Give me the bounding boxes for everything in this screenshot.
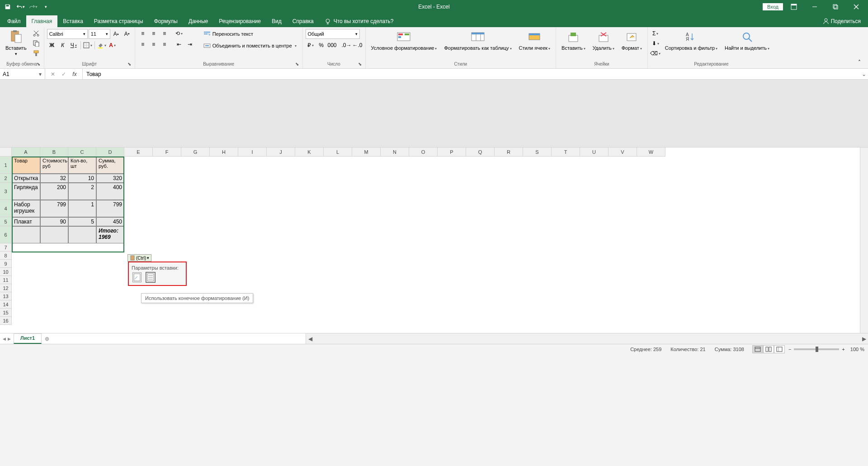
fx-icon[interactable]: fx: [71, 70, 79, 78]
row-header[interactable]: 9: [0, 260, 12, 268]
undo-icon[interactable]: ▾: [14, 1, 26, 13]
table-cell[interactable]: 200: [40, 183, 68, 200]
table-cell[interactable]: [12, 226, 40, 243]
fill-color-icon[interactable]: ▾: [97, 41, 107, 50]
column-header[interactable]: G: [181, 147, 210, 157]
row-header[interactable]: 5: [0, 217, 12, 226]
number-format-combo[interactable]: Общий▾: [306, 29, 360, 39]
row-header[interactable]: 13: [0, 292, 12, 300]
tab-file[interactable]: Файл: [2, 15, 26, 27]
fill-icon[interactable]: ⬇▾: [651, 39, 660, 48]
paste-option-match-destination-icon[interactable]: [146, 272, 155, 282]
column-header[interactable]: N: [381, 147, 409, 157]
conditional-formatting-button[interactable]: Условное форматирование▾: [368, 29, 440, 52]
collapse-ribbon-icon[interactable]: ˄: [858, 59, 865, 67]
align-right-icon[interactable]: ≡: [160, 40, 170, 49]
close-icon[interactable]: [846, 0, 866, 14]
login-button[interactable]: Вход: [763, 3, 783, 10]
wrap-text-button[interactable]: Переносить текст: [200, 29, 300, 39]
view-page-break-icon[interactable]: [774, 345, 785, 353]
zoom-in-icon[interactable]: +: [842, 347, 844, 352]
merge-center-button[interactable]: Объединить и поместить в центре▾: [200, 41, 300, 51]
paste-options-ctrl-button[interactable]: (Ctrl)▾: [127, 254, 151, 262]
table-cell[interactable]: 2: [68, 183, 96, 200]
table-header-cell[interactable]: Сумма, руб.: [96, 157, 124, 174]
vertical-scrollbar[interactable]: [860, 147, 868, 333]
align-center-icon[interactable]: ≡: [149, 40, 159, 49]
align-middle-icon[interactable]: ≡: [149, 29, 159, 38]
name-box[interactable]: ▾: [0, 69, 45, 79]
table-cell[interactable]: 10: [68, 174, 96, 183]
font-size-combo[interactable]: 11▾: [89, 29, 110, 39]
table-cell[interactable]: Набор игрушек: [12, 200, 40, 217]
table-header-cell[interactable]: Стоимость, руб: [40, 157, 68, 174]
column-header[interactable]: F: [153, 147, 181, 157]
table-cell[interactable]: 320: [96, 174, 124, 183]
zoom-level[interactable]: 100 %: [850, 347, 864, 352]
row-header[interactable]: 7: [0, 243, 12, 252]
insert-cells-button[interactable]: Вставить▾: [559, 29, 588, 52]
table-cell[interactable]: 799: [40, 200, 68, 217]
tab-home[interactable]: Главная: [26, 15, 58, 27]
tab-view[interactable]: Вид: [266, 15, 287, 27]
align-top-icon[interactable]: ≡: [138, 29, 148, 38]
share-button[interactable]: Поделиться: [817, 15, 866, 27]
column-header[interactable]: K: [295, 147, 324, 157]
cells-area[interactable]: ТоварСтоимость, рубКол-во, штСумма, руб.…: [12, 157, 860, 333]
row-header[interactable]: 6: [0, 226, 12, 243]
select-all-corner[interactable]: [0, 147, 12, 157]
table-header-cell[interactable]: Кол-во, шт: [68, 157, 96, 174]
add-sheet-icon[interactable]: ⊕: [42, 333, 52, 344]
tab-review[interactable]: Рецензирование: [213, 15, 266, 27]
formula-input[interactable]: [83, 69, 860, 79]
tab-formulas[interactable]: Формулы: [149, 15, 183, 27]
cut-icon[interactable]: [31, 29, 41, 38]
scroll-right-icon[interactable]: ▶: [860, 336, 868, 342]
shrink-font-icon[interactable]: A▾: [122, 29, 132, 38]
comma-icon[interactable]: 000: [327, 41, 337, 50]
column-header[interactable]: O: [409, 147, 438, 157]
bold-button[interactable]: Ж: [47, 41, 57, 50]
paste-button[interactable]: Вставить▾: [3, 29, 29, 57]
column-header[interactable]: J: [267, 147, 295, 157]
column-header[interactable]: A: [12, 147, 40, 157]
row-header[interactable]: 4: [0, 200, 12, 217]
table-cell[interactable]: 90: [40, 217, 68, 226]
increase-decimal-icon[interactable]: .0→: [342, 41, 352, 50]
table-cell[interactable]: Плакат: [12, 217, 40, 226]
dialog-launcher-icon[interactable]: ⬊: [357, 62, 363, 67]
format-as-table-button[interactable]: Форматировать как таблицу▾: [441, 29, 514, 52]
table-cell[interactable]: 1: [68, 200, 96, 217]
column-header[interactable]: B: [40, 147, 68, 157]
dialog-launcher-icon[interactable]: ⬊: [127, 62, 132, 67]
column-header[interactable]: I: [238, 147, 267, 157]
sheet-nav-next-icon[interactable]: ▶: [8, 337, 11, 341]
column-header[interactable]: S: [523, 147, 552, 157]
accounting-format-icon[interactable]: ₽▾: [306, 41, 316, 50]
paste-option-keep-source-icon[interactable]: [132, 272, 142, 282]
table-cell[interactable]: 32: [40, 174, 68, 183]
tab-data[interactable]: Данные: [183, 15, 213, 27]
column-header[interactable]: R: [495, 147, 523, 157]
format-cells-button[interactable]: Формат▾: [619, 29, 645, 52]
row-header[interactable]: 10: [0, 268, 12, 276]
expand-formula-bar-icon[interactable]: ⌄: [860, 69, 868, 79]
table-total-cell[interactable]: Итого:1969: [96, 226, 124, 243]
row-header[interactable]: 2: [0, 174, 12, 183]
grid[interactable]: ABCDEFGHIJKLMNOPQRSTUVW 1234567891011121…: [0, 147, 868, 333]
decrease-indent-icon[interactable]: ⇤: [174, 40, 184, 49]
ribbon-display-options-icon[interactable]: [784, 0, 804, 14]
align-left-icon[interactable]: ≡: [138, 40, 148, 49]
row-header[interactable]: 14: [0, 300, 12, 309]
table-cell[interactable]: Гирлянда: [12, 183, 40, 200]
find-select-button[interactable]: Найти и выделить▾: [722, 29, 772, 52]
redo-icon[interactable]: ▾: [27, 1, 39, 13]
cell-styles-button[interactable]: Стили ячеек▾: [516, 29, 553, 52]
autosum-icon[interactable]: Σ▾: [651, 29, 660, 38]
font-family-combo[interactable]: Calibri▾: [47, 29, 88, 39]
table-cell[interactable]: 799: [96, 200, 124, 217]
align-bottom-icon[interactable]: ≡: [160, 29, 170, 38]
row-header[interactable]: 11: [0, 276, 12, 284]
dialog-launcher-icon[interactable]: ⬊: [294, 62, 300, 67]
format-painter-icon[interactable]: [31, 49, 41, 58]
